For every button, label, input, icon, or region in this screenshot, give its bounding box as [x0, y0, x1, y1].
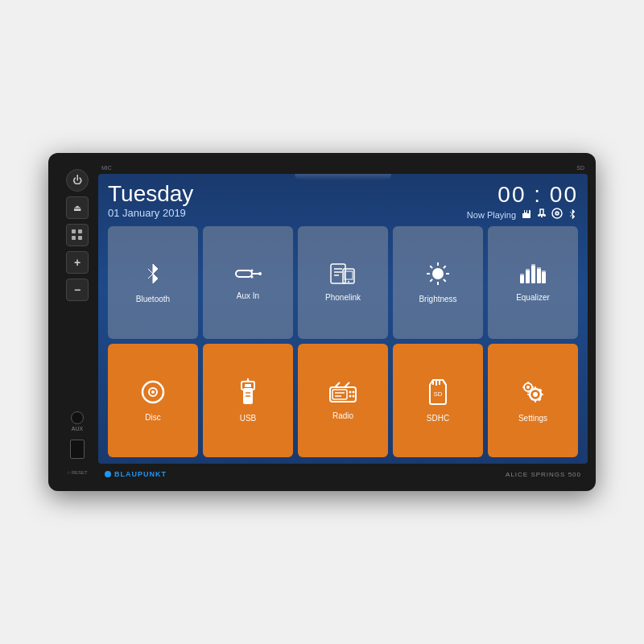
- svg-rect-36: [537, 269, 541, 283]
- svg-rect-39: [526, 269, 530, 271]
- aux-in-button[interactable]: Aux In: [203, 226, 293, 339]
- aux-in-icon: [234, 264, 262, 287]
- brightness-button[interactable]: Brightness: [393, 226, 483, 339]
- np-bluetooth-icon: [567, 208, 578, 221]
- aux-label: AUX: [72, 426, 83, 431]
- svg-rect-41: [537, 267, 541, 270]
- bluetooth-button[interactable]: Bluetooth: [108, 226, 198, 339]
- brightness-icon: [425, 261, 451, 291]
- np-disc-icon: [551, 208, 563, 221]
- svg-line-30: [444, 279, 446, 282]
- icon-grid: Bluetooth Aux: [108, 226, 578, 457]
- side-panel: ⏻ ⏏ + − AUX ○ RESET: [56, 161, 98, 483]
- svg-line-29: [430, 266, 432, 269]
- svg-rect-35: [531, 266, 535, 283]
- volume-up-button[interactable]: +: [66, 251, 89, 274]
- svg-rect-79: [527, 382, 529, 384]
- date-section: Tuesday 01 January 2019: [108, 182, 193, 219]
- np-sd-icon: [521, 208, 532, 221]
- usb-label: USB: [240, 414, 257, 423]
- svg-rect-80: [527, 390, 529, 393]
- settings-icon: [519, 378, 547, 410]
- disc-button[interactable]: Disc: [108, 344, 198, 458]
- svg-rect-33: [520, 275, 524, 283]
- svg-rect-38: [520, 274, 524, 276]
- svg-point-60: [353, 394, 355, 397]
- screen-header: Tuesday 01 January 2019 00 : 00 Now Play…: [108, 182, 578, 221]
- sdhc-button[interactable]: SD SDHC: [393, 344, 483, 458]
- svg-point-16: [251, 276, 254, 279]
- svg-rect-72: [540, 394, 543, 395]
- model-name: ALICE SPRINGS 500: [506, 471, 581, 478]
- date-display: 01 January 2019: [108, 207, 193, 219]
- radio-icon: [328, 381, 357, 407]
- svg-rect-37: [542, 272, 546, 283]
- svg-point-14: [258, 272, 262, 275]
- car-unit: ⏻ ⏏ + − AUX ○ RESET: [48, 153, 596, 491]
- np-usb-icon: [536, 208, 547, 221]
- usb-icon: [237, 378, 258, 410]
- volume-down-button[interactable]: −: [66, 279, 89, 301]
- screen-bezel: Tuesday 01 January 2019 00 : 00 Now Play…: [98, 174, 588, 464]
- svg-rect-70: [535, 399, 536, 402]
- radio-button[interactable]: Radio: [298, 344, 388, 458]
- equalizer-label: Equalizer: [516, 293, 550, 302]
- aux-in-label: Aux In: [237, 291, 259, 300]
- svg-marker-50: [246, 378, 250, 382]
- svg-text:SD: SD: [433, 390, 442, 398]
- svg-rect-82: [531, 386, 534, 388]
- disc-label: Disc: [145, 413, 160, 422]
- equalizer-button[interactable]: Equalizer: [488, 226, 578, 339]
- unit-bottom-bar: BLAUPUNKT ALICE SPRINGS 500: [98, 465, 588, 483]
- svg-point-7: [538, 214, 540, 217]
- brand-name: BLAUPUNKT: [114, 470, 167, 478]
- svg-point-58: [353, 390, 355, 393]
- svg-point-8: [543, 214, 546, 217]
- day-display: Tuesday: [108, 182, 193, 207]
- settings-button[interactable]: Settings: [488, 344, 578, 458]
- time-display: 00 : 00: [467, 182, 578, 208]
- usb-port: [70, 440, 85, 459]
- time-section: 00 : 00 Now Playing: [467, 182, 578, 221]
- svg-rect-3: [527, 210, 529, 213]
- mic-label: MIC: [101, 165, 112, 171]
- svg-rect-40: [531, 264, 535, 266]
- phonelink-button[interactable]: Phonelink: [298, 226, 388, 339]
- svg-line-32: [430, 279, 432, 282]
- svg-point-11: [556, 213, 558, 214]
- usb-button[interactable]: USB: [203, 344, 293, 458]
- svg-rect-42: [542, 270, 546, 273]
- reset-label: ○ RESET: [67, 470, 87, 475]
- svg-rect-2: [525, 210, 526, 213]
- top-bar: MIC SD: [98, 161, 588, 174]
- brand-dot: [105, 471, 111, 477]
- sd-label: SD: [576, 165, 584, 171]
- eject-button[interactable]: ⏏: [66, 196, 89, 219]
- now-playing-bar: Now Playing: [467, 208, 578, 221]
- phonelink-icon: [329, 262, 357, 289]
- menu-button[interactable]: [66, 224, 89, 246]
- svg-rect-12: [236, 270, 252, 277]
- svg-line-31: [444, 266, 446, 269]
- sdhc-icon: SD: [427, 378, 449, 410]
- svg-rect-34: [526, 270, 530, 283]
- main-screen: Tuesday 01 January 2019 00 : 00 Now Play…: [98, 174, 588, 464]
- svg-point-68: [533, 392, 538, 397]
- bluetooth-label: Bluetooth: [136, 295, 170, 303]
- svg-rect-81: [522, 386, 525, 388]
- svg-point-24: [432, 268, 444, 279]
- aux-port: [71, 411, 84, 424]
- radio-label: Radio: [332, 411, 353, 420]
- svg-rect-48: [245, 384, 251, 387]
- brightness-label: Brightness: [419, 295, 456, 303]
- now-playing-label: Now Playing: [467, 210, 516, 220]
- bluetooth-icon: [140, 261, 166, 291]
- svg-point-59: [349, 394, 352, 397]
- svg-rect-71: [527, 394, 530, 395]
- svg-point-78: [526, 386, 530, 389]
- svg-rect-54: [332, 390, 347, 399]
- power-button[interactable]: ⏻: [66, 169, 89, 192]
- svg-point-15: [251, 270, 254, 272]
- equalizer-icon: [518, 262, 547, 289]
- svg-rect-1: [522, 210, 524, 213]
